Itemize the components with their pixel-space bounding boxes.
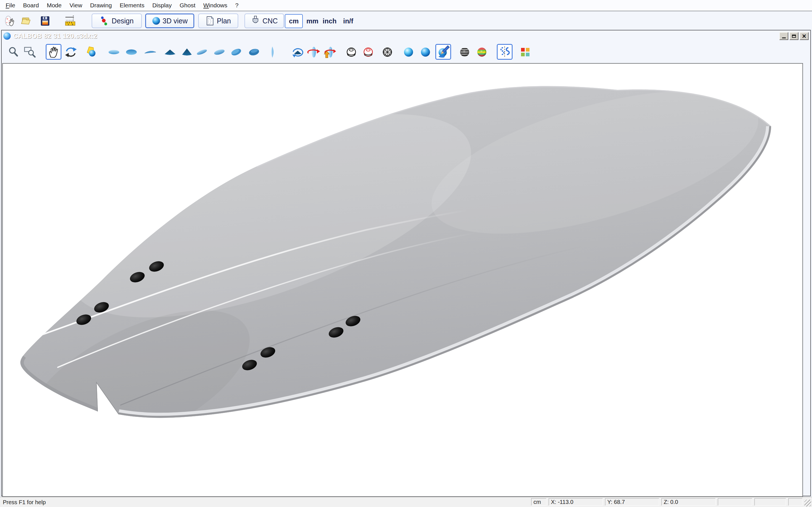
flip-board-icon[interactable] [323, 45, 336, 59]
save-icon[interactable] [39, 15, 51, 27]
close-icon: × [802, 33, 806, 39]
mesh-sphere-icon[interactable] [380, 45, 394, 59]
pan-hand-icon[interactable] [46, 44, 61, 60]
status-z-coord: Z: 0.0 [661, 498, 716, 506]
view-top-icon[interactable] [107, 45, 121, 59]
minimize-icon [782, 38, 786, 38]
view-bottom-icon[interactable] [124, 45, 138, 59]
design-mode-label: Design [112, 17, 134, 25]
plan-mode-button[interactable]: Plan [198, 13, 238, 28]
view-front-icon[interactable] [163, 45, 177, 59]
status-y-coord: Y: 68.7 [605, 498, 659, 506]
rainbow-sphere-icon[interactable] [475, 45, 489, 59]
new-board-wizard-icon[interactable] [3, 15, 16, 27]
3d-view-mode-label: 3D view [163, 17, 188, 25]
status-x-coord: X: -113.0 [549, 498, 603, 506]
menu-display[interactable]: Display [148, 1, 175, 10]
document-icon [3, 33, 11, 40]
unit-mm[interactable]: mm [305, 14, 319, 28]
menu-elements[interactable]: Elements [116, 1, 149, 10]
view-perspective-side-icon[interactable] [213, 45, 226, 59]
status-empty-cell [755, 498, 786, 506]
dimensions-icon[interactable]: 1 0 [64, 15, 77, 27]
maximize-icon [792, 35, 796, 38]
spin-board-icon[interactable] [307, 45, 320, 59]
zoom-icon[interactable] [7, 45, 20, 59]
menu-windows[interactable]: Windows [199, 1, 231, 10]
svg-text:1: 1 [68, 23, 69, 25]
paint-sphere-icon[interactable] [435, 44, 451, 60]
svg-text:0: 0 [72, 23, 73, 25]
menu-ghost[interactable]: Ghost [175, 1, 199, 10]
menu-file[interactable]: File [2, 1, 19, 10]
view-side-icon[interactable] [144, 45, 157, 59]
maximize-button[interactable] [790, 32, 799, 40]
status-bar: Press F1 for help cm X: -113.0 Y: 68.7 Z… [0, 497, 812, 507]
view-perspective-tail-icon[interactable] [247, 45, 261, 59]
wireframe-red-sphere-icon[interactable] [361, 45, 375, 59]
view-toolbar [2, 42, 810, 62]
3d-view-mode-button[interactable]: 3D view [145, 13, 194, 28]
document-titlebar[interactable]: CALBOB 82 31 120.s3dx:2 × [2, 31, 810, 42]
resize-grip[interactable] [804, 500, 811, 506]
wireframe-sphere-icon[interactable] [345, 45, 358, 59]
shaded-sphere-icon[interactable] [402, 45, 415, 59]
tile-colors-icon[interactable] [518, 45, 532, 59]
3d-sphere-icon [152, 17, 160, 25]
status-empty-cell [788, 498, 802, 506]
status-help-text: Press F1 for help [3, 499, 46, 506]
menu-board[interactable]: Board [19, 1, 43, 10]
view-perspective-deck-icon[interactable] [230, 45, 243, 59]
lighting-icon[interactable] [84, 45, 98, 59]
menu-drawing[interactable]: Drawing [86, 1, 116, 10]
zoom-window-icon[interactable] [23, 45, 37, 59]
status-empty-cell [718, 498, 752, 506]
surfboard-3d-render [3, 64, 802, 496]
main-toolbar: 1 0 Design 3D view Plan [0, 12, 812, 30]
menu-mode[interactable]: Mode [43, 1, 66, 10]
close-button[interactable]: × [800, 32, 809, 40]
flow-lines-icon[interactable] [497, 44, 513, 60]
view-back-icon[interactable] [180, 45, 194, 59]
zebra-sphere-icon[interactable] [458, 45, 471, 59]
unit-inch[interactable]: inch [321, 14, 338, 28]
menu-view[interactable]: View [65, 1, 86, 10]
status-unit: cm [531, 498, 546, 506]
minimize-button[interactable] [779, 32, 788, 40]
view-perspective-top-icon[interactable] [195, 45, 209, 59]
document-title: CALBOB 82 31 120.s3dx:2 [13, 33, 97, 40]
menu-help[interactable]: ? [231, 1, 243, 10]
design-icon [100, 16, 109, 26]
cnc-mode-label: CNC [262, 17, 278, 25]
rotate-3d-icon[interactable] [64, 45, 78, 59]
smooth-sphere-icon[interactable] [419, 45, 432, 59]
cnc-tool-icon [251, 15, 260, 26]
design-mode-button[interactable]: Design [92, 13, 142, 28]
3d-viewport[interactable] [2, 63, 803, 497]
cnc-mode-button[interactable]: CNC [245, 13, 284, 28]
open-folder-icon[interactable] [20, 15, 32, 27]
rotate-board-icon[interactable] [291, 45, 305, 59]
view-outline-icon[interactable] [266, 45, 279, 59]
unit-inf[interactable]: in/f [341, 14, 356, 28]
plan-mode-label: Plan [217, 17, 231, 25]
menu-bar: File Board Mode View Drawing Elements Di… [0, 0, 812, 11]
unit-cm[interactable]: cm [285, 14, 303, 28]
plan-icon [206, 16, 214, 26]
